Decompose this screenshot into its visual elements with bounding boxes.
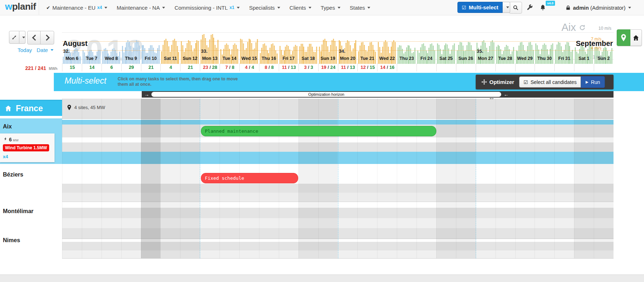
horizon-left-arrow-icon[interactable]: → <box>144 91 149 98</box>
day-header-sat-11[interactable]: Sat 11 <box>160 56 180 62</box>
day-header-mon-27[interactable]: Mon 27 <box>476 56 495 62</box>
energy-total-value: 221 / 241 <box>25 65 46 71</box>
prev-period-button[interactable] <box>27 31 41 44</box>
home-icon <box>633 35 639 41</box>
day-header-sat-1[interactable]: Sat 1 <box>574 56 594 62</box>
multiselect-button-label: Multi-select <box>469 4 499 10</box>
nav-menu-label: Clients <box>290 5 306 11</box>
horizon-right-arrow-icon[interactable]: ← <box>504 91 509 98</box>
day-column-line <box>357 99 358 258</box>
search-button[interactable] <box>509 2 522 14</box>
app-logo[interactable]: wplanif <box>5 1 36 12</box>
settings-wrench-icon[interactable] <box>527 4 533 12</box>
day-header-fri-17[interactable]: Fri 17 <box>279 56 299 62</box>
optimization-horizon-slider[interactable]: Optimization horizon <box>151 92 501 97</box>
check-icon: ✔ <box>46 5 50 10</box>
nav-menu-commissioning-intl[interactable]: Commissioning - INTLx1 <box>170 0 244 15</box>
next-period-button[interactable] <box>40 31 54 44</box>
day-header-tue-28[interactable]: Tue 28 <box>495 56 515 62</box>
select-all-candidates-button[interactable]: ☑ Select all candidates <box>519 76 581 88</box>
day-capacity-wed-15: 4 / 4 <box>239 63 259 71</box>
check-square-icon: ☑ <box>462 5 466 10</box>
date-dropdown[interactable]: Date <box>37 47 53 53</box>
sidebar-country-header[interactable]: France <box>0 100 62 116</box>
day-header-wed-22[interactable]: Wed 22 <box>377 56 397 62</box>
sidebar-site-nimes[interactable]: Nimes <box>3 237 20 244</box>
zoom-range-caret[interactable] <box>19 31 25 44</box>
zoom-range-split-button[interactable] <box>9 31 25 44</box>
chevron-down-icon <box>309 7 311 9</box>
day-header-thu-9[interactable]: Thu 9 <box>121 56 141 62</box>
day-header-wed-8[interactable]: Wed 8 <box>102 56 121 62</box>
day-column-line <box>397 99 397 258</box>
day-header-tue-21[interactable]: Tue 21 <box>357 56 377 62</box>
task-bar-fixed-schedule[interactable]: Fixed schedule <box>201 173 298 183</box>
day-header-sun-19[interactable]: Sun 19 <box>318 56 338 62</box>
home-view-button[interactable] <box>630 29 642 46</box>
day-capacity-fri-17: 11 / 13 <box>279 63 299 71</box>
day-header-sat-18[interactable]: Sat 18 <box>299 56 318 62</box>
today-link[interactable]: Today <box>18 47 32 53</box>
chevron-down-icon <box>338 7 340 9</box>
nav-menu-maintenance-na[interactable]: Maintenance - NA <box>112 0 170 15</box>
notifications-bell-icon[interactable] <box>540 4 546 12</box>
day-header-mon-6[interactable]: Mon 6 <box>62 56 82 62</box>
day-capacity-sun-19: 19 / 24 <box>318 63 338 71</box>
multiselect-split-button[interactable]: ☑ Multi-select <box>457 2 510 13</box>
day-header-thu-30[interactable]: Thu 30 <box>535 56 554 62</box>
site-aix-detail-card[interactable]: 6 MW Wind Turbine 1.5MW x4 <box>0 133 55 162</box>
day-capacity-sun-2 <box>594 63 614 71</box>
day-capacity-fri-31 <box>554 63 574 71</box>
chevron-left-icon <box>32 35 38 41</box>
day-capacity-fri-24 <box>417 63 437 71</box>
day-header-thu-16[interactable]: Thu 16 <box>259 56 279 62</box>
day-header-tue-14[interactable]: Tue 14 <box>220 56 239 62</box>
country-label: France <box>16 104 43 113</box>
locate-button[interactable] <box>617 29 630 46</box>
day-header-fri-31[interactable]: Fri 31 <box>554 56 574 62</box>
day-header-fri-24[interactable]: Fri 24 <box>417 56 436 62</box>
select-all-label: Select all candidates <box>531 79 577 85</box>
chevron-down-icon <box>104 7 107 9</box>
run-button[interactable]: ▶ Run <box>581 76 605 88</box>
refresh-icon[interactable] <box>579 24 586 31</box>
day-header-mon-20[interactable]: Mon 20 <box>338 56 358 62</box>
nav-menu-clients[interactable]: Clients <box>285 0 316 15</box>
nav-menu-states[interactable]: States <box>345 0 375 15</box>
day-header-sat-25[interactable]: Sat 25 <box>436 56 456 62</box>
sidebar-site-beziers[interactable]: Béziers <box>3 171 23 178</box>
sidebar-site-montelimar[interactable]: Montélimar <box>3 208 33 215</box>
nav-menu-label: Specialists <box>249 5 275 11</box>
day-capacity-thu-9: 29 <box>121 63 141 71</box>
energy-total-unit: MWh <box>49 67 57 71</box>
day-header-wed-29[interactable]: Wed 29 <box>515 56 535 62</box>
multiselect-caret-button[interactable] <box>503 2 510 13</box>
day-header-sun-12[interactable]: Sun 12 <box>180 56 200 62</box>
day-header-thu-23[interactable]: Thu 23 <box>397 56 417 62</box>
sidebar-site-aix[interactable]: Aix <box>3 123 12 130</box>
task-bar-planned-maintenance[interactable]: Planned maintenance <box>201 126 436 136</box>
day-header-sun-2[interactable]: Sun 2 <box>594 56 614 62</box>
day-header-mon-13[interactable]: Mon 13 <box>200 56 220 62</box>
chevron-down-icon <box>237 7 240 9</box>
chevron-down-icon <box>162 7 165 9</box>
sites-summary: 4 sites, 45 MW <box>67 105 105 110</box>
zoom-range-button[interactable] <box>9 31 19 44</box>
day-header-fri-10[interactable]: Fri 10 <box>141 56 161 62</box>
week-start-line <box>476 99 476 258</box>
day-column-line <box>515 99 516 258</box>
sites-summary-text: 4 sites, 45 MW <box>74 105 105 110</box>
day-header-tue-7[interactable]: Tue 7 <box>82 56 102 62</box>
day-header-wed-15[interactable]: Wed 15 <box>239 56 259 62</box>
nav-menu-maintenance-eu[interactable]: ✔Maintenance - EUx4 <box>42 0 112 15</box>
schedule-grid[interactable]: 4 sites, 45 MW Planned maintenance Fixed… <box>62 99 614 258</box>
multiselect-button[interactable]: ☑ Multi-select <box>457 2 503 13</box>
nav-menu-label: Maintenance - NA <box>117 5 160 11</box>
nav-menu-specialists[interactable]: Specialists <box>244 0 285 15</box>
turbine-type-badge[interactable]: Wind Turbine 1.5MW <box>3 144 49 151</box>
footer-bar <box>0 274 644 282</box>
day-header-sun-26[interactable]: Sun 26 <box>456 56 476 62</box>
nav-menu-types[interactable]: Types <box>316 0 345 15</box>
user-menu[interactable]: admin (Administrator) <box>566 0 631 15</box>
day-column-line <box>62 99 62 258</box>
